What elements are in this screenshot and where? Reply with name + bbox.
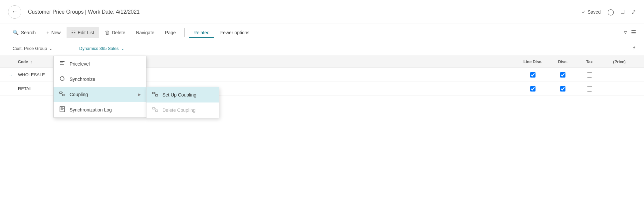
row-disc-wholesale[interactable] [549, 72, 576, 78]
sort-indicator: ↑ [30, 60, 32, 64]
pricelevel-label: Pricelevel [70, 61, 90, 67]
col-headers-row: Cust. Price Group ⌄ Dynamics 365 Sales ⌄… [0, 41, 644, 56]
new-label: New [51, 30, 61, 35]
svg-rect-6 [155, 95, 158, 96]
related-label: Related [193, 30, 209, 35]
edit-list-button[interactable]: ☷ Edit List [67, 27, 99, 38]
toolbar-divider [184, 28, 185, 37]
new-button[interactable]: + New [42, 27, 65, 38]
dynamics-sales-label: Dynamics 365 Sales [79, 46, 119, 51]
sync-log-icon [59, 106, 66, 113]
row-line-disc-retail[interactable] [516, 86, 549, 92]
coupling-submenu-container: Set Up Coupling Delete Co [146, 87, 219, 118]
svg-rect-12 [61, 109, 63, 110]
share-icon[interactable]: □ [621, 8, 624, 15]
edit-list-icon: ☷ [71, 30, 76, 36]
row-tax-wholesale[interactable] [576, 72, 603, 78]
set-up-coupling-label: Set Up Coupling [162, 92, 196, 98]
filter-icon[interactable]: ▿ [624, 29, 627, 36]
toolbar: 🔍 Search + New ☷ Edit List 🗑 Delete Navi… [0, 24, 644, 41]
cust-price-group-label: Cust. Price Group [13, 46, 47, 51]
menu-item-sync-log[interactable]: Synchronization Log [54, 102, 146, 117]
navigate-button[interactable]: Navigate [131, 27, 159, 38]
chevron-down-icon: ⌄ [121, 46, 124, 51]
menu-item-pricelevel[interactable]: Pricelevel [54, 56, 146, 72]
trash-icon: 🗑 [105, 30, 110, 35]
th-disc[interactable]: Disc. [549, 60, 576, 64]
back-button[interactable]: ← [8, 5, 21, 19]
th-line-disc[interactable]: Line Disc. [516, 60, 549, 64]
header-actions: ✓ Saved ◯ □ ⤢ [582, 8, 636, 16]
delete-label: Delete [112, 30, 125, 35]
page-label: Page [165, 30, 176, 35]
svg-rect-4 [63, 94, 65, 96]
fewer-options-button[interactable]: Fewer options [216, 27, 254, 38]
svg-rect-11 [61, 108, 64, 109]
page-title: Customer Price Groups | Work Date: 4/12/… [28, 9, 582, 15]
sync-log-label: Synchronization Log [70, 107, 112, 112]
coupling-icon [59, 91, 66, 98]
disc-checkbox-wholesale[interactable] [560, 72, 565, 78]
synchronize-label: Synchronize [70, 77, 95, 82]
toolbar-right: ▿ ☰ [624, 29, 636, 36]
pin-icon[interactable]: ↱ [632, 45, 636, 52]
tax-checkbox-retail[interactable] [587, 86, 592, 92]
delete-button[interactable]: 🗑 Delete [100, 27, 130, 38]
th-price[interactable]: (Price) [603, 60, 636, 64]
bookmark-icon[interactable]: ◯ [607, 8, 614, 16]
search-icon: 🔍 [13, 30, 19, 36]
svg-rect-3 [60, 92, 62, 94]
row-line-disc-wholesale[interactable] [516, 72, 549, 78]
svg-rect-5 [152, 92, 155, 94]
line-disc-checkbox-retail[interactable] [530, 86, 536, 92]
coupling-label: Coupling [70, 92, 88, 97]
search-label: Search [21, 30, 36, 35]
chevron-down-icon: ⌄ [49, 46, 53, 51]
svg-rect-1 [60, 63, 63, 63]
delete-coupling-label: Delete Coupling [162, 107, 196, 113]
page-header: ← Customer Price Groups | Work Date: 4/1… [0, 0, 644, 24]
plus-icon: + [46, 30, 49, 35]
svg-rect-10 [61, 107, 63, 108]
row-disc-retail[interactable] [549, 86, 576, 92]
set-up-coupling-icon [152, 91, 158, 99]
saved-label: Saved [587, 9, 601, 15]
svg-rect-8 [155, 110, 158, 111]
cust-price-group-header[interactable]: Cust. Price Group ⌄ [8, 43, 75, 54]
disc-checkbox-retail[interactable] [560, 86, 565, 92]
svg-rect-0 [60, 61, 65, 62]
list-view-icon[interactable]: ☰ [631, 29, 636, 36]
saved-indicator: ✓ Saved [582, 9, 601, 15]
checkmark-icon: ✓ [582, 9, 586, 15]
fewer-options-label: Fewer options [220, 30, 250, 35]
dynamics-menu: Pricelevel Synchronize [53, 56, 146, 118]
row-arrow: → [8, 72, 18, 78]
th-tax[interactable]: Tax [576, 60, 603, 64]
code-column-header: Code [18, 60, 28, 64]
menu-item-synchronize[interactable]: Synchronize [54, 72, 146, 87]
menu-item-coupling[interactable]: Coupling ▶ [54, 87, 146, 102]
navigate-label: Navigate [136, 30, 154, 35]
dynamics-dropdown-menu: Pricelevel Synchronize [53, 56, 146, 118]
menu-item-delete-coupling: Delete Coupling [146, 102, 219, 118]
line-disc-checkbox-wholesale[interactable] [530, 72, 536, 78]
sync-icon [59, 76, 66, 83]
coupling-submenu: Set Up Coupling Delete Co [146, 87, 219, 118]
svg-rect-9 [60, 106, 65, 112]
related-button[interactable]: Related [189, 27, 214, 38]
tax-checkbox-wholesale[interactable] [587, 72, 592, 78]
edit-list-label: Edit List [78, 30, 94, 35]
row-tax-retail[interactable] [576, 86, 603, 92]
delete-coupling-icon [152, 106, 158, 114]
submenu-chevron-icon: ▶ [138, 92, 141, 97]
page-button[interactable]: Page [160, 27, 181, 38]
search-button[interactable]: 🔍 Search [8, 27, 40, 38]
svg-rect-2 [60, 64, 64, 65]
expand-icon[interactable]: ⤢ [631, 8, 636, 16]
pricelevel-icon [59, 60, 66, 68]
svg-rect-7 [152, 107, 155, 109]
menu-item-set-up-coupling[interactable]: Set Up Coupling [146, 87, 219, 102]
dynamics-dropdown-button[interactable]: Dynamics 365 Sales ⌄ [75, 43, 129, 54]
